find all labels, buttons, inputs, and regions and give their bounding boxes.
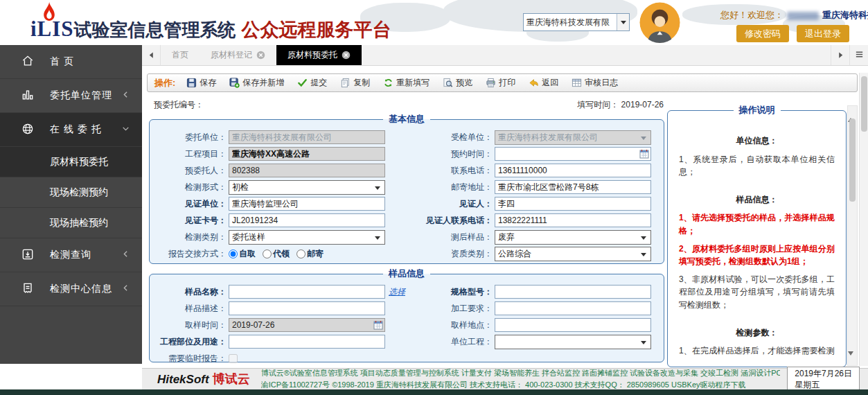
sidebar-subitem-site-sampling-booking[interactable]: 现场抽检预约 <box>0 208 142 238</box>
booking-time-input[interactable] <box>495 147 651 161</box>
weekday-text: 星期五 <box>795 379 852 390</box>
form-meta: 预委托编号： 填写时间： 2019-07-26 <box>154 99 664 111</box>
company-select[interactable]: 重庆海特科技发展有限 <box>523 13 630 31</box>
tab-scroll-left-button[interactable] <box>142 45 161 65</box>
qualification-category-control: 公路综合 <box>495 247 651 261</box>
toolbar-button-copy[interactable]: 复制 <box>340 77 370 89</box>
form-row-project-part-usage: 工程部位及用途： <box>157 333 400 350</box>
date-text: 2019年7月26日 <box>795 368 852 379</box>
report-handover-radio-mail[interactable]: 邮寄 <box>296 248 324 260</box>
post-test-sample-select[interactable]: 废弃 <box>495 230 651 245</box>
form-row-test-form: 检测形式：初检 <box>157 179 400 195</box>
sample-name-control: 选择 <box>229 285 385 299</box>
scrollbar-thumb[interactable] <box>849 119 856 202</box>
report-handover-radio-proxy-pickup[interactable]: 代领 <box>263 248 290 260</box>
logout-button[interactable]: 退出登录 <box>797 25 849 42</box>
instructions-item: 3、非原材料试验，可以一次委托多组，工程部位及用途可分组填写，填写前请先填写检测… <box>679 273 835 312</box>
project-input <box>229 147 385 161</box>
scroll-down-icon[interactable] <box>848 356 857 365</box>
sidebar-item-online-commission[interactable]: 在 线 委 托 <box>0 113 142 147</box>
sample-name-input[interactable] <box>229 285 385 299</box>
app-logo: iLIS试验室信息管理系统公众远程服务平台 <box>30 17 391 42</box>
sidebar-item-client-unit-management[interactable]: 委托单位管理 <box>0 79 142 113</box>
witness-unit-input[interactable] <box>229 197 385 211</box>
instructions-item: 1、系统登录后，自动获取本单位相关信息； <box>679 153 835 179</box>
sample-desc-input[interactable] <box>229 301 385 315</box>
close-icon[interactable] <box>256 51 265 60</box>
toolbar-button-label: 保存 <box>200 77 216 89</box>
instructions-item: 2、原材料委托多组时原则上应按单组分别填写预委托，检测组数默认为1组； <box>679 243 835 268</box>
scrollbar-thumb[interactable] <box>861 76 867 132</box>
processing-req-input[interactable] <box>495 301 651 315</box>
witness-person-control <box>495 197 651 211</box>
footer: HitekSoft博试云 博试云®试验室信息管理系统 项目动态质量管理与控制系统… <box>142 368 868 389</box>
report-handover-radio-input-mail[interactable] <box>296 249 305 258</box>
form-column: 受检单位：重庆海特科技发展有限公司预约时间：联系电话：邮寄地址：见证人：见证人联… <box>411 129 657 262</box>
footer-line1: 博试云®试验室信息管理系统 项目动态质量管理与控制系统 计量支付 梁场智能养生 … <box>261 367 781 379</box>
report-handover-radio-input-self-pickup[interactable] <box>229 249 238 258</box>
hiteksoft-logo: HitekSoft博试云 <box>157 371 250 387</box>
mailing-address-input[interactable] <box>495 180 651 194</box>
contact-phone-input[interactable] <box>495 164 651 177</box>
close-icon[interactable] <box>342 51 351 60</box>
witness-card-label: 见证卡号： <box>157 215 229 227</box>
toolbar-button-preview[interactable]: 预览 <box>443 77 472 89</box>
form-row-report-handover: 报告交接方式：自取代领邮寄 <box>157 245 400 262</box>
qualification-category-select[interactable]: 公路综合 <box>495 247 651 261</box>
toolbar-button-save[interactable]: 保存 <box>186 77 216 89</box>
select-value: 委托送样 <box>232 231 265 243</box>
tab-scroll-right-button[interactable] <box>831 45 849 65</box>
form-row-spec-model: 规格型号： <box>411 283 657 300</box>
project-part-usage-control <box>229 335 385 349</box>
toolbar-button-audit-log[interactable]: 审核日志 <box>572 77 618 89</box>
tab-list-button[interactable] <box>849 45 868 65</box>
report-handover-radio-self-pickup[interactable]: 自取 <box>229 248 256 260</box>
form-row-qualification-category: 资质类别：公路综合 <box>411 245 657 262</box>
project-part-usage-input[interactable] <box>229 335 385 349</box>
report-handover-radio-input-proxy-pickup[interactable] <box>263 249 272 258</box>
tab-raw-material-pre-commission[interactable]: 原材料预委托 <box>276 45 362 65</box>
witness-card-input[interactable] <box>229 213 385 227</box>
test-category-select[interactable]: 委托送样 <box>229 230 385 245</box>
form-column: 规格型号：加工要求：取样地点：单位工程： <box>411 283 657 367</box>
page-scrollbar[interactable] <box>859 73 868 366</box>
change-password-button[interactable]: 修改密码 <box>736 25 789 42</box>
toolbar-button-refill[interactable]: 重新填写 <box>383 77 429 89</box>
sample-desc-control <box>229 301 385 315</box>
toolbar-button-label: 预览 <box>456 77 472 89</box>
toolbar-button-back[interactable]: 返回 <box>529 77 558 89</box>
sampling-place-input[interactable] <box>495 318 651 332</box>
sample-name-picker-link[interactable]: 选择 <box>389 286 405 298</box>
unit-project-select[interactable] <box>495 335 651 349</box>
sampling-time-input[interactable]: 2019-07-26 <box>229 318 385 332</box>
sidebar-item-label: 检测中心信息 <box>50 283 121 295</box>
scroll-up-icon[interactable] <box>848 106 857 116</box>
toolbar-button-submit[interactable]: 提交 <box>297 77 327 89</box>
tab-home[interactable]: 首页 <box>161 45 200 65</box>
witness-person-input[interactable] <box>495 197 651 211</box>
doc-icon <box>21 281 37 297</box>
toolbar-button-print[interactable]: 打印 <box>486 77 515 89</box>
sidebar-item-test-query[interactable]: 检测查询 <box>0 238 142 272</box>
logo-title: 试验室信息管理系统 <box>74 19 236 40</box>
sidebar-subitem-site-test-booking[interactable]: 现场检测预约 <box>0 177 142 208</box>
form-row-project: 工程项目： <box>157 146 400 162</box>
basic-info-section: 基本信息 委托单位：工程项目：预委托人：检测形式：初检见证单位：见证卡号：检测类… <box>149 113 664 264</box>
sidebar-item-test-center-info[interactable]: 检测中心信息 <box>0 272 142 306</box>
calendar-icon[interactable] <box>639 149 649 161</box>
instructions-scrollbar[interactable] <box>847 105 858 366</box>
sidebar-subitem-raw-material-pre-commission[interactable]: 原材料预委托 <box>0 147 142 177</box>
sampling-time-control: 2019-07-26 <box>229 318 385 332</box>
spec-model-input[interactable] <box>495 285 651 299</box>
test-form-select[interactable]: 初检 <box>229 180 385 195</box>
save-icon <box>186 78 197 88</box>
form-column: 委托单位：工程项目：预委托人：检测形式：初检见证单位：见证卡号：检测类别：委托送… <box>157 129 400 262</box>
witness-card-control <box>229 213 385 227</box>
avatar[interactable] <box>639 2 680 43</box>
sidebar-item-home[interactable]: 首 页 <box>0 45 142 79</box>
calendar-icon[interactable] <box>373 320 383 332</box>
witness-phone-input[interactable] <box>495 213 651 227</box>
toolbar-button-save-and-new[interactable]: 保存并新增 <box>229 77 284 89</box>
tab-raw-material-register[interactable]: 原材料登记 <box>200 45 276 65</box>
tab-label: 首页 <box>172 49 188 61</box>
